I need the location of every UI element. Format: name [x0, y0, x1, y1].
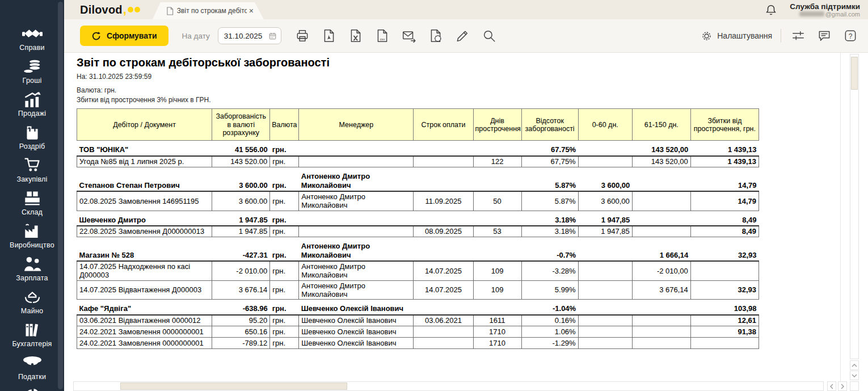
cart-icon	[22, 157, 43, 174]
factory-icon	[22, 222, 43, 239]
table-cell: 14,79	[690, 167, 759, 191]
sidebar-items: СправиГрошіПродажіРоздрібЗакупівліСкладВ…	[0, 25, 64, 391]
date-input[interactable]	[224, 32, 268, 40]
report-title: Звіт по строкам дебіторської заборговано…	[77, 56, 840, 69]
sidebar-item-shopping-bag[interactable]: Роздріб	[0, 124, 64, 150]
table-cell: 3.18%	[521, 226, 578, 237]
table-cell: грн.	[270, 167, 299, 191]
settings-button[interactable]: Налаштування	[701, 30, 772, 42]
sidebar-item-employees[interactable]: Зарплата	[0, 255, 64, 282]
column-header: Валюта	[270, 109, 299, 141]
sidebar-item-pie-chart[interactable]	[0, 387, 64, 391]
table-cell: Кафе "Ядвіга"	[77, 300, 212, 315]
table-cell	[578, 237, 632, 261]
table-cell: Степанов Степан Петрович	[77, 167, 212, 191]
tab-close-icon[interactable]: ×	[249, 7, 254, 15]
main-area: Dilovod, Звіт по строкам дебіторської за…	[64, 0, 868, 391]
support-email: @gmail.com	[790, 11, 860, 18]
document-row[interactable]: 14.07.2025 Відвантаження Д0000033 676.14…	[77, 280, 759, 300]
edit-button[interactable]	[454, 27, 471, 44]
sidebar-item-factory[interactable]: Виробництво	[0, 222, 64, 249]
comments-icon	[817, 28, 832, 43]
scroll-up-button[interactable]	[850, 360, 859, 370]
table-cell: 50	[473, 191, 521, 211]
column-header: Збитки від прострочення, грн.	[690, 109, 759, 141]
document-row[interactable]: Угода №85 від 1 липня 2025 р.143 520.00г…	[77, 156, 759, 167]
sidebar-item-label: Гроші	[23, 77, 42, 85]
calendar-icon[interactable]	[268, 32, 277, 40]
document-row[interactable]: 03.06.2021 Відвантаження 000001295.20грн…	[77, 315, 759, 326]
table-cell: 103,98	[690, 300, 759, 315]
vertical-scroll-thumb[interactable]	[851, 57, 858, 90]
notifications-button[interactable]	[765, 3, 777, 16]
document-row[interactable]: 24.02.2021 Замовлення 0000000001650.16гр…	[77, 326, 759, 338]
sidebar-item-warehouse[interactable]: Склад	[0, 190, 64, 216]
table-cell	[578, 156, 632, 167]
table-cell: 1710	[473, 326, 521, 338]
tab-report[interactable]: Звіт по строкам дебіторської заборговано…	[153, 2, 264, 19]
export-csv-button[interactable]: csv	[374, 27, 391, 44]
horizontal-scrollbar[interactable]	[73, 381, 824, 391]
debtor-group-row: Шевченко Дмитро1 947.85грн.3.18%1 947,85…	[77, 211, 759, 226]
table-cell	[414, 141, 473, 156]
table-cell: ТОВ "ЮНІКА"	[77, 141, 212, 156]
filters-button[interactable]	[790, 27, 807, 44]
books-icon	[22, 321, 43, 338]
table-cell: Антоненко Дмитро Миколайович	[299, 261, 414, 280]
sidebar-item-label: Склад	[22, 208, 43, 216]
print-button[interactable]	[294, 27, 311, 44]
export-pdf-button[interactable]	[321, 27, 338, 44]
table-cell	[414, 300, 473, 315]
sidebar-item-handshake[interactable]: Справи	[0, 25, 64, 52]
table-cell: 8,49	[690, 211, 759, 226]
horizontal-scroll-thumb[interactable]	[120, 382, 347, 390]
vertical-scrollbar[interactable]	[850, 54, 859, 359]
column-header: Відсоток заборгованості	[521, 109, 578, 141]
sidebar-item-label: Виробництво	[10, 241, 54, 249]
help-button[interactable]: ?	[842, 27, 859, 44]
generate-button[interactable]: Сформувати	[80, 26, 168, 46]
support-info[interactable]: Служба підтримки @gmail.com	[790, 2, 860, 18]
table-cell: 03.06.2021	[414, 315, 473, 326]
table-cell: 1710	[473, 338, 521, 349]
sidebar-item-sales-chart[interactable]: Продажі	[0, 91, 64, 117]
gear-icon	[701, 30, 713, 42]
table-cell: 3 676,14	[632, 280, 690, 300]
report-settings-button[interactable]	[427, 27, 444, 44]
document-row[interactable]: 22.08.2025 Замовлення Д0000000131 947.85…	[77, 226, 759, 237]
sidebar-item-label: Роздріб	[19, 142, 45, 150]
scroll-left-button[interactable]	[827, 381, 836, 391]
dilovod-logo[interactable]: Dilovod,	[64, 3, 140, 16]
table-cell: грн.	[270, 280, 299, 300]
settings-label: Налаштування	[717, 31, 772, 40]
date-field[interactable]	[218, 27, 281, 44]
export-excel-button[interactable]	[347, 27, 364, 44]
sidebar-item-cart[interactable]: Закупівлі	[0, 157, 64, 183]
sidebar-item-label: Справи	[19, 44, 45, 52]
report-table: Дебітор / ДокументЗаборгованість в валют…	[77, 108, 759, 349]
employees-icon	[22, 255, 43, 272]
document-row[interactable]: 02.08.2025 Замовлення 1469511953 600.00г…	[77, 191, 759, 211]
toolbar: Сформувати На дату csv Налаштування ?	[64, 19, 868, 53]
comments-button[interactable]	[816, 27, 833, 44]
table-cell: 1 666,14	[632, 237, 690, 261]
sidebar: СправиГрошіПродажіРоздрібЗакупівліСкладВ…	[0, 0, 64, 391]
sidebar-item-books[interactable]: Бухгалтерія	[0, 321, 64, 348]
table-cell	[578, 280, 632, 300]
table-cell: 32,93	[690, 237, 759, 261]
table-cell: 143 520.00	[212, 156, 270, 167]
document-row[interactable]: 24.02.2021 Замовлення 0000000001-789.12г…	[77, 338, 759, 349]
search-button[interactable]	[481, 27, 498, 44]
table-cell: 5.87%	[521, 167, 578, 191]
sidebar-item-coins[interactable]: Гроші	[0, 58, 64, 85]
document-row[interactable]: 14.07.2025 Надходження по касі Д000003-2…	[77, 261, 759, 280]
table-cell	[414, 167, 473, 191]
scroll-right-button[interactable]	[838, 381, 847, 391]
sidebar-item-property[interactable]: Майно	[0, 288, 64, 315]
table-cell: 3.18%	[521, 211, 578, 226]
sales-chart-icon	[22, 91, 43, 108]
table-cell: 24.02.2021 Замовлення 0000000001	[77, 326, 212, 338]
scroll-down-button[interactable]	[850, 371, 859, 380]
sidebar-item-officer-cap[interactable]: Податки	[0, 354, 64, 381]
send-email-button[interactable]	[401, 27, 418, 44]
